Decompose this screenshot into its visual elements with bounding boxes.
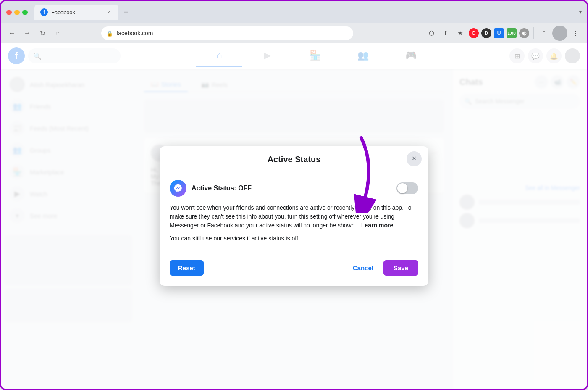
active-status-modal: Active Status × Active Status: OFF: [160, 146, 428, 286]
browser-avatar[interactable]: [552, 26, 567, 41]
traffic-lights: [6, 10, 28, 15]
modal-title: Active Status: [268, 155, 321, 164]
opera-extension[interactable]: O: [469, 28, 479, 38]
toggle-knob: [397, 183, 407, 193]
learn-more-link[interactable]: Learn more: [361, 222, 393, 229]
url-security-icon: 🔒: [106, 30, 113, 37]
modal-header: Active Status ×: [160, 146, 428, 171]
active-status-row: Active Status: OFF: [170, 180, 418, 197]
divider: [533, 27, 534, 39]
save-button[interactable]: Save: [383, 260, 418, 276]
url-bar[interactable]: 🔒 facebook.com: [101, 26, 353, 40]
reset-button[interactable]: Reset: [170, 260, 204, 276]
modal-footer: Reset Cancel Save: [160, 260, 428, 286]
maximize-window-button[interactable]: [22, 10, 28, 15]
fb-main: f 🔍 ⌂ ▶ 🏪 👥 🎮: [1, 43, 587, 389]
active-tab[interactable]: f Facebook ×: [34, 5, 118, 20]
active-status-label: Active Status: OFF: [192, 184, 391, 192]
url-text: facebook.com: [116, 30, 153, 37]
active-status-toggle[interactable]: [396, 182, 418, 194]
dark-extension[interactable]: D: [481, 28, 491, 38]
blue-extension[interactable]: U: [494, 28, 504, 38]
gray-extension[interactable]: ◐: [519, 28, 529, 38]
home-button[interactable]: ⌂: [52, 27, 63, 39]
browser-menu-button[interactable]: ⋮: [570, 27, 582, 39]
close-window-button[interactable]: [6, 10, 12, 15]
modal-close-button[interactable]: ×: [407, 151, 422, 166]
back-button[interactable]: ←: [6, 27, 18, 39]
tab-bar: f Facebook × +: [34, 5, 576, 20]
browser-frame: f Facebook × + ▾ ← → ↻ ⌂ 🔒 facebook.com …: [1, 1, 587, 389]
minimize-window-button[interactable]: [14, 10, 20, 15]
refresh-button[interactable]: ↻: [37, 27, 48, 39]
tab-favicon: f: [40, 8, 48, 16]
modal-note: You can still use our services if active…: [170, 235, 418, 242]
share-icon[interactable]: ⬆: [440, 27, 452, 39]
tab-close-button[interactable]: ×: [105, 8, 113, 16]
messenger-icon: [170, 180, 186, 197]
tab-title: Facebook: [51, 9, 102, 16]
bookmark-icon[interactable]: ★: [454, 27, 466, 39]
modal-body: Active Status: OFF You won't see when yo…: [160, 171, 428, 260]
multi-extension[interactable]: 1.00: [507, 28, 517, 38]
tab-dropdown-button[interactable]: ▾: [579, 9, 582, 15]
address-bar: ← → ↻ ⌂ 🔒 facebook.com ⬡ ⬆ ★ O D U 1.00 …: [1, 23, 587, 43]
sidebar-toggle[interactable]: ▯: [538, 27, 550, 39]
cast-icon[interactable]: ⬡: [426, 27, 438, 39]
cancel-button[interactable]: Cancel: [346, 260, 380, 276]
new-tab-button[interactable]: +: [120, 6, 132, 18]
browser-extensions: ⬡ ⬆ ★ O D U 1.00 ◐ ▯ ⋮: [426, 26, 582, 41]
forward-button[interactable]: →: [21, 27, 33, 39]
browser-titlebar: f Facebook × + ▾: [1, 1, 587, 23]
modal-description: You won't see when your friends and conn…: [170, 203, 418, 230]
